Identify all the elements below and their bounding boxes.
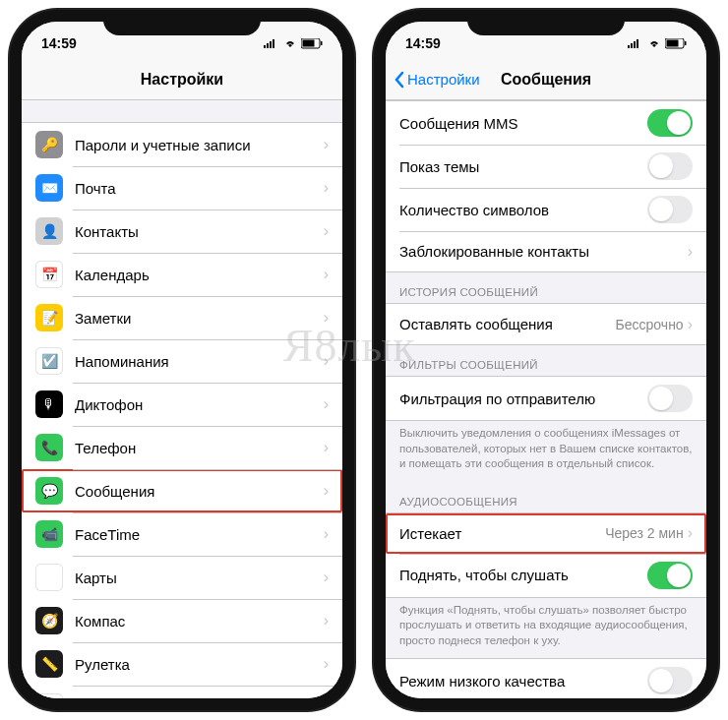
svg-rect-2 xyxy=(270,41,272,48)
settings-row-компас[interactable]: 🧭Компас› xyxy=(22,599,342,642)
settings-row-сообщения[interactable]: 💬Сообщения› xyxy=(22,469,342,512)
cell-label: Фильтрация по отправителю xyxy=(399,390,647,407)
chevron-right-icon: › xyxy=(324,569,329,586)
app-icon: 🎙 xyxy=(35,390,63,418)
section-header-filters: ФИЛЬТРЫ СООБЩЕНИЙ xyxy=(386,345,706,376)
back-button[interactable]: Настройки xyxy=(394,71,480,89)
app-icon: 📹 xyxy=(35,520,63,548)
chevron-right-icon: › xyxy=(324,439,329,456)
svg-rect-1 xyxy=(267,43,269,48)
svg-rect-6 xyxy=(303,39,315,46)
cell-показ-темы[interactable]: Показ темы xyxy=(386,145,706,188)
app-icon: ✉️ xyxy=(35,174,63,202)
section-footer-audio: Функция «Поднять, чтобы слушать» позволя… xyxy=(386,598,706,659)
status-indicators xyxy=(628,38,687,49)
nav-bar-right: Настройки Сообщения xyxy=(386,59,706,100)
cell-заблокированные-контакты[interactable]: Заблокированные контакты› xyxy=(386,231,706,271)
battery-icon xyxy=(301,38,323,49)
cell-label: Напоминания xyxy=(75,353,324,370)
chevron-right-icon: › xyxy=(324,222,329,240)
toggle-switch[interactable] xyxy=(647,152,693,180)
svg-rect-5 xyxy=(321,41,323,45)
cell-режим-низкого-качества[interactable]: Режим низкого качества xyxy=(386,659,706,698)
settings-row-карты[interactable]: 🗺Карты› xyxy=(22,556,342,599)
chevron-right-icon: › xyxy=(324,136,329,153)
cell-оставлять-сообщения[interactable]: Оставлять сообщенияБессрочно› xyxy=(386,304,706,344)
svg-rect-12 xyxy=(685,41,687,45)
app-icon: 🔑 xyxy=(35,131,63,158)
messages-settings[interactable]: Сообщения MMSПоказ темыКоличество символ… xyxy=(386,100,706,698)
cell-label: Календарь xyxy=(75,267,324,283)
app-icon: 🧭 xyxy=(35,607,63,634)
settings-row-рулетка[interactable]: 📏Рулетка› xyxy=(22,642,342,686)
nav-title: Настройки xyxy=(141,71,223,89)
settings-row-диктофон[interactable]: 🎙Диктофон› xyxy=(22,383,342,426)
nav-title: Сообщения xyxy=(501,71,591,89)
nav-bar-left: Настройки xyxy=(22,59,342,100)
app-icon: 💬 xyxy=(35,477,63,505)
screen-left: 14:59 Настройки 🔑Пароли и учетные записи… xyxy=(22,22,342,698)
settings-row-заметки[interactable]: 📝Заметки› xyxy=(22,296,342,339)
cell-label: Поднять, чтобы слушать xyxy=(399,567,647,583)
chevron-right-icon: › xyxy=(688,524,693,542)
cell-label: Сообщения xyxy=(75,483,324,500)
section-header-history: ИСТОРИЯ СООБЩЕНИЙ xyxy=(386,272,706,303)
wifi-icon xyxy=(283,38,297,48)
cell-истекает[interactable]: ИстекаетЧерез 2 мин› xyxy=(386,513,706,554)
settings-list[interactable]: 🔑Пароли и учетные записи›✉️Почта›👤Контак… xyxy=(22,100,342,698)
cell-label: Оставлять сообщения xyxy=(399,316,616,332)
settings-row-контакты[interactable]: 👤Контакты› xyxy=(22,210,342,253)
settings-row-календарь[interactable]: 📅Календарь› xyxy=(22,253,342,296)
svg-rect-9 xyxy=(634,41,636,48)
section-footer-filters: Выключить уведомления о сообщениях iMess… xyxy=(386,421,706,482)
svg-rect-13 xyxy=(667,39,679,46)
cell-label: Почта xyxy=(75,180,324,197)
app-icon: 📅 xyxy=(35,261,63,288)
cell-label: Показ темы xyxy=(399,158,647,175)
screen-right: 14:59 Настройки Сообщения Сообщения MMSП… xyxy=(386,22,706,698)
toggle-switch[interactable] xyxy=(647,109,693,137)
app-icon: 📞 xyxy=(35,434,63,461)
chevron-right-icon: › xyxy=(324,525,329,543)
cell-label: Телефон xyxy=(75,440,324,456)
phone-right: 14:59 Настройки Сообщения Сообщения MMSП… xyxy=(374,10,718,710)
status-time: 14:59 xyxy=(405,35,441,51)
settings-row-телефон[interactable]: 📞Телефон› xyxy=(22,426,342,469)
cell-label: Заметки xyxy=(75,310,324,327)
toggle-switch[interactable] xyxy=(647,667,693,694)
settings-row-facetime[interactable]: 📹FaceTime› xyxy=(22,512,342,556)
chevron-right-icon: › xyxy=(324,482,329,500)
phone-left: 14:59 Настройки 🔑Пароли и учетные записи… xyxy=(10,10,354,710)
cell-label: Компас xyxy=(75,613,324,630)
chevron-right-icon: › xyxy=(324,655,329,673)
settings-row-пароли-и-учетные-записи[interactable]: 🔑Пароли и учетные записи› xyxy=(22,123,342,166)
status-indicators xyxy=(264,38,323,49)
cell-фильтрация-по-отправителю[interactable]: Фильтрация по отправителю xyxy=(386,377,706,420)
cell-label: Количество символов xyxy=(399,202,647,218)
cell-label: Карты xyxy=(75,570,324,586)
svg-rect-3 xyxy=(273,39,274,48)
cell-value: Бессрочно xyxy=(616,317,684,332)
toggle-switch[interactable] xyxy=(647,196,693,223)
svg-rect-0 xyxy=(264,45,266,48)
chevron-right-icon: › xyxy=(688,243,693,261)
cell-label: Заблокированные контакты xyxy=(399,243,688,260)
settings-row-safari[interactable]: 🧭Safari› xyxy=(22,686,342,698)
app-icon: 👤 xyxy=(35,217,63,245)
chevron-right-icon: › xyxy=(324,612,329,630)
app-icon: 🗺 xyxy=(35,564,63,591)
cellular-icon xyxy=(264,38,279,48)
app-icon: 🧭 xyxy=(35,693,63,698)
toggle-switch[interactable] xyxy=(647,562,693,589)
cell-сообщения-mms[interactable]: Сообщения MMS xyxy=(386,101,706,145)
settings-row-почта[interactable]: ✉️Почта› xyxy=(22,166,342,210)
toggle-switch[interactable] xyxy=(647,385,693,412)
settings-row-напоминания[interactable]: ☑️Напоминания› xyxy=(22,339,342,383)
svg-rect-10 xyxy=(637,39,638,48)
cell-label: Режим низкого качества xyxy=(399,673,647,690)
cell-количество-символов[interactable]: Количество символов xyxy=(386,188,706,231)
chevron-right-icon: › xyxy=(324,352,329,370)
cell-поднять,-чтобы-слушать[interactable]: Поднять, чтобы слушать xyxy=(386,554,706,597)
chevron-right-icon: › xyxy=(324,309,329,327)
app-icon: 📏 xyxy=(35,650,63,678)
